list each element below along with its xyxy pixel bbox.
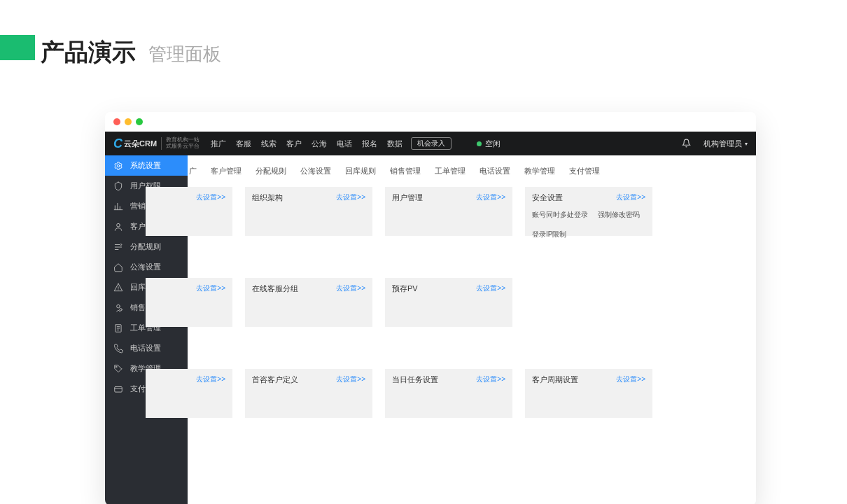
close-icon[interactable] (113, 118, 120, 125)
sidebar-item-label: 分配规则 (130, 241, 161, 252)
top-nav: 推广客服线索客户公海电话报名数据 (211, 139, 402, 149)
card-row: 去设置>>组织架构去设置>>用户管理去设置>>安全设置去设置>>账号同时多处登录… (188, 187, 756, 236)
shield-icon (113, 181, 123, 191)
settings-icon (113, 161, 123, 171)
tab-item[interactable]: 回库规则 (338, 162, 383, 180)
card-subitem: 账号同时多处登录 (532, 210, 588, 220)
user-icon (113, 222, 123, 232)
svg-point-3 (120, 308, 122, 311)
user-dropdown[interactable]: 机构管理员 ▾ (704, 139, 748, 149)
card-rows: 去设置>>组织架构去设置>>用户管理去设置>>安全设置去设置>>账号同时多处登录… (188, 187, 756, 418)
chevron-down-icon: ▾ (745, 141, 748, 147)
logo-desc: 教育机构一站 式服务云平台 (161, 137, 200, 150)
top-nav-item[interactable]: 客户 (286, 139, 302, 149)
svg-point-0 (117, 164, 120, 167)
card-title: 首咨客户定义 (252, 374, 298, 385)
card-body: 账号同时多处登录强制修改密码登录IP限制 (532, 210, 645, 239)
tab-item[interactable]: 电话设置 (472, 162, 517, 180)
top-nav-item[interactable]: 电话 (337, 139, 352, 149)
go-settings-link[interactable]: 去设置>> (476, 192, 505, 203)
bell-icon[interactable] (682, 138, 691, 150)
sidebar-item[interactable]: 电话设置 (105, 338, 188, 358)
go-settings-link[interactable]: 去设置>> (336, 192, 365, 203)
tab-item[interactable]: 分配规则 (248, 162, 293, 180)
tab-item[interactable]: 公海设置 (293, 162, 338, 180)
settings-card: 在线客服分组去设置>> (245, 278, 372, 327)
minimize-icon[interactable] (125, 118, 132, 125)
settings-card: 去设置>> (146, 278, 232, 327)
go-settings-link[interactable]: 去设置>> (616, 374, 645, 385)
svg-point-2 (117, 304, 120, 308)
app-window: C 云朵CRM 教育机构一站 式服务云平台 推广客服线索客户公海电话报名数据 机… (105, 112, 756, 504)
sidebar-item-label: 电话设置 (130, 343, 161, 354)
top-nav-item[interactable]: 线索 (261, 139, 276, 149)
go-settings-link[interactable]: 去设置>> (336, 284, 365, 294)
card-title: 用户管理 (392, 192, 423, 203)
accent-block (0, 35, 35, 60)
go-settings-link[interactable]: 去设置>> (336, 374, 365, 385)
topbar-right: 机构管理员 ▾ (682, 138, 748, 150)
topbar: C 云朵CRM 教育机构一站 式服务云平台 推广客服线索客户公海电话报名数据 机… (105, 132, 756, 155)
settings-card: 当日任务设置去设置>> (385, 369, 512, 418)
top-nav-item[interactable]: 公海 (312, 139, 327, 149)
svg-point-1 (117, 223, 120, 227)
status-text: 空闲 (485, 139, 500, 149)
card-subitem: 强制修改密码 (598, 210, 640, 220)
sidebar-item-label: 系统设置 (130, 160, 161, 171)
card-title: 当日任务设置 (392, 374, 438, 385)
tab-row: 广客户管理分配规则公海设置回库规则销售管理工单管理电话设置教学管理支付管理 (182, 155, 756, 187)
doc-icon (113, 323, 123, 333)
card-row: 去设置>>首咨客户定义去设置>>当日任务设置去设置>>客户周期设置去设置>> (188, 369, 756, 418)
sales-icon (113, 303, 123, 313)
settings-card: 去设置>> (146, 187, 232, 236)
logo-icon: C (113, 136, 122, 151)
go-settings-link[interactable]: 去设置>> (196, 192, 225, 202)
top-nav-item[interactable]: 客服 (236, 139, 251, 149)
go-settings-link[interactable]: 去设置>> (476, 284, 505, 294)
status-dot-icon (477, 141, 482, 146)
tag-icon (113, 364, 123, 374)
user-label: 机构管理员 (704, 139, 742, 149)
card-row: 去设置>>在线客服分组去设置>>预存PV去设置>> (188, 278, 756, 327)
tab-item[interactable]: 客户管理 (204, 162, 248, 180)
pay-icon (113, 384, 123, 394)
settings-card: 去设置>> (146, 369, 232, 418)
go-settings-link[interactable]: 去设置>> (616, 192, 645, 203)
tab-item[interactable]: 销售管理 (383, 162, 428, 180)
warn-icon (113, 283, 123, 293)
top-nav-item[interactable]: 推广 (211, 139, 226, 149)
go-settings-link[interactable]: 去设置>> (196, 374, 225, 384)
app-body: 系统设置用户权限营销推广客户管理分配规则公海设置回库规则销售管理工单管理电话设置… (105, 155, 756, 504)
card-title: 组织架构 (252, 192, 283, 203)
page-subtitle: 管理面板 (148, 42, 221, 66)
tab-item[interactable]: 支付管理 (562, 162, 607, 180)
page-header: 产品演示 管理面板 (0, 0, 847, 90)
logo: C 云朵CRM 教育机构一站 式服务云平台 (113, 136, 200, 151)
record-button[interactable]: 机会录入 (411, 137, 451, 150)
settings-card: 安全设置去设置>>账号同时多处登录强制修改密码登录IP限制 (525, 187, 652, 236)
sidebar-item-label: 公海设置 (130, 262, 161, 272)
card-title: 安全设置 (532, 192, 563, 203)
go-settings-link[interactable]: 去设置>> (196, 284, 225, 293)
tab-item[interactable]: 工单管理 (428, 162, 472, 180)
sidebar-item[interactable]: 公海设置 (105, 257, 188, 277)
settings-card: 首咨客户定义去设置>> (245, 369, 372, 418)
settings-card: 用户管理去设置>> (385, 187, 512, 236)
sidebar-item[interactable]: 分配规则 (105, 237, 188, 257)
top-nav-item[interactable]: 数据 (387, 139, 402, 149)
go-settings-link[interactable]: 去设置>> (476, 374, 505, 385)
svg-point-5 (115, 366, 117, 368)
maximize-icon[interactable] (136, 118, 143, 125)
sidebar-item[interactable]: 系统设置 (105, 155, 188, 176)
settings-card: 客户周期设置去设置>> (525, 369, 652, 418)
settings-card: 组织架构去设置>> (245, 187, 372, 236)
main-content: 广客户管理分配规则公海设置回库规则销售管理工单管理电话设置教学管理支付管理 去设… (188, 155, 756, 504)
assign-icon (113, 242, 123, 252)
home-icon (113, 262, 123, 272)
card-subitem: 登录IP限制 (532, 230, 566, 239)
tab-item[interactable]: 广 (182, 162, 204, 180)
card-title: 客户周期设置 (532, 374, 578, 385)
top-nav-item[interactable]: 报名 (362, 139, 377, 149)
tab-item[interactable]: 教学管理 (517, 162, 562, 180)
logo-brand: 云朵CRM (124, 139, 157, 149)
